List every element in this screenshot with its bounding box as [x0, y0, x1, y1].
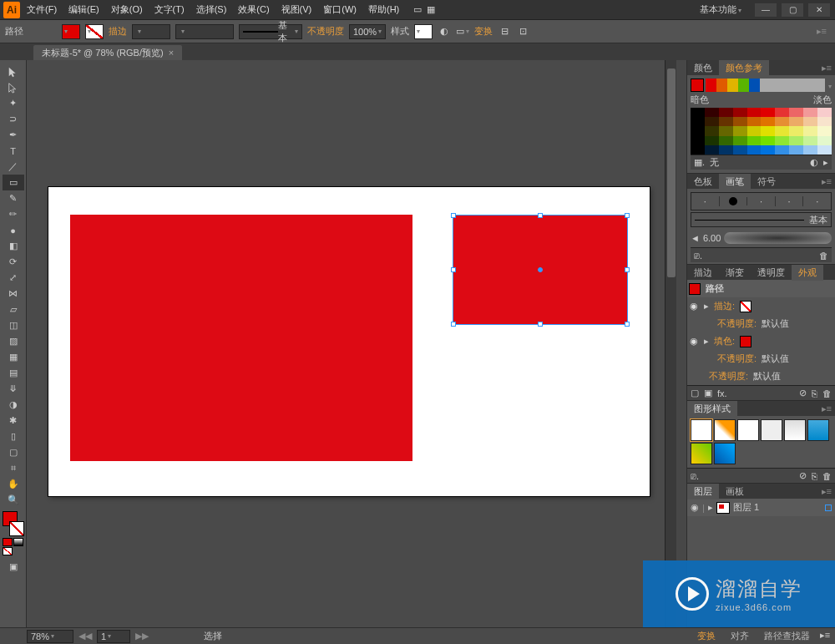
crop-icon[interactable]: ⊡ — [516, 25, 529, 38]
mesh-tool[interactable]: ▦ — [3, 349, 24, 365]
maximize-button[interactable]: ▢ — [782, 3, 803, 17]
resize-handle-n[interactable] — [538, 213, 543, 218]
recolor-icon-small[interactable]: ◐ — [810, 157, 818, 168]
brush-dot-2[interactable] — [720, 197, 748, 205]
brush-delete-icon[interactable]: 🗑 — [819, 251, 828, 261]
isolate-icon[interactable]: ⊟ — [498, 25, 511, 38]
brush-dot-1[interactable]: · — [691, 196, 720, 206]
align-icon[interactable]: ▭ — [456, 25, 469, 38]
gradient-tool[interactable]: ▤ — [3, 365, 24, 381]
tab-color[interactable]: 颜色 — [687, 60, 719, 76]
save-group-icon[interactable]: ▸ — [823, 157, 828, 168]
tab-artboards[interactable]: 画板 — [719, 484, 751, 499]
minimize-button[interactable]: — — [755, 3, 777, 17]
fill-value-swatch[interactable] — [740, 336, 752, 347]
brush-dot-4[interactable]: · — [776, 196, 804, 206]
style-thumbnail[interactable] — [737, 419, 759, 441]
trash-icon[interactable]: 🗑 — [822, 388, 832, 398]
visibility-icon[interactable]: ◉ — [689, 336, 699, 347]
resize-handle-se[interactable] — [625, 322, 630, 327]
layout-icon[interactable]: ▭ — [411, 3, 424, 17]
bottom-tab-transform[interactable]: 变换 — [691, 628, 722, 644]
eyedropper-tool[interactable]: ⤋ — [3, 381, 24, 397]
transform-label[interactable]: 变换 — [474, 25, 493, 38]
expand-icon[interactable]: ▸ — [708, 502, 713, 513]
layer-name[interactable]: 图层 1 — [733, 501, 759, 514]
new-fill-icon[interactable]: ▢ — [691, 388, 699, 398]
bottom-tab-pathfinder[interactable]: 路径查找器 — [757, 628, 817, 644]
menu-file[interactable]: 文件(F) — [27, 3, 57, 16]
nav-prev-icon[interactable]: ◀◀ — [73, 631, 97, 641]
hand-tool[interactable]: ✋ — [3, 476, 24, 492]
artboard-tool[interactable]: ▢ — [3, 444, 24, 460]
blob-brush-tool[interactable]: ● — [3, 222, 24, 238]
rotate-tool[interactable]: ⟳ — [3, 254, 24, 270]
pen-tool[interactable]: ✒ — [3, 127, 24, 143]
resize-handle-e[interactable] — [625, 267, 630, 272]
brush-tool[interactable]: ✎ — [3, 190, 24, 206]
style-thumbnail[interactable] — [714, 443, 736, 464]
tab-appearance[interactable]: 外观 — [792, 265, 823, 281]
menu-window[interactable]: 窗口(W) — [323, 3, 357, 16]
style-thumbnail[interactable] — [761, 419, 782, 441]
visibility-icon[interactable]: ◉ — [689, 301, 699, 312]
tab-symbols[interactable]: 符号 — [751, 174, 782, 190]
menu-effect[interactable]: 效果(C) — [238, 3, 269, 16]
menu-view[interactable]: 视图(V) — [281, 3, 312, 16]
zoom-tool[interactable]: 🔍 — [3, 492, 24, 508]
menu-select[interactable]: 选择(S) — [196, 3, 227, 16]
page-field[interactable]: 1 — [97, 630, 130, 643]
break-link-icon[interactable]: ⊘ — [799, 470, 807, 481]
style-thumbnail[interactable] — [784, 419, 806, 441]
tab-stroke[interactable]: 描边 — [687, 265, 719, 281]
close-button[interactable]: ✕ — [808, 3, 830, 17]
opacity-field[interactable]: 100% — [349, 24, 386, 39]
shape-rectangle-selected[interactable] — [453, 216, 627, 324]
blend-tool[interactable]: ◑ — [3, 397, 24, 413]
panel-dock-collapse[interactable] — [676, 60, 686, 627]
harmony-strip[interactable] — [706, 79, 825, 92]
close-tab-icon[interactable]: × — [169, 48, 174, 58]
canvas-scrollbar-vertical[interactable] — [665, 60, 676, 627]
tab-layers[interactable]: 图层 — [687, 484, 719, 499]
symbol-spray-tool[interactable]: ✱ — [3, 413, 24, 428]
clear-icon[interactable]: ⊘ — [799, 388, 807, 398]
resize-handle-s[interactable] — [538, 322, 543, 327]
menu-help[interactable]: 帮助(H) — [368, 3, 399, 16]
menu-edit[interactable]: 编辑(E) — [68, 3, 99, 16]
resize-handle-sw[interactable] — [451, 322, 456, 327]
color-spectrum-grid[interactable] — [691, 108, 832, 155]
center-point[interactable] — [538, 267, 543, 272]
artboard[interactable] — [48, 187, 650, 496]
arrange-icon[interactable]: ▦ — [424, 3, 438, 17]
workspace-switcher[interactable]: 基本功能 — [700, 3, 741, 16]
color-mode-buttons[interactable] — [3, 538, 24, 555]
fill-swatch[interactable] — [62, 24, 80, 39]
recolor-icon[interactable]: ◐ — [438, 25, 451, 38]
layer-row[interactable]: ◉ | ▸ 图层 1 — [687, 499, 835, 516]
resize-handle-nw[interactable] — [451, 213, 456, 218]
shape-builder-tool[interactable]: ◫ — [3, 317, 24, 333]
stroke-color[interactable] — [9, 521, 24, 536]
scroll-thumb-v[interactable] — [667, 68, 676, 277]
width-tool[interactable]: ⋈ — [3, 286, 24, 302]
tab-color-guide[interactable]: 颜色参考 — [719, 60, 769, 76]
bottom-tab-align[interactable]: 对齐 — [724, 628, 756, 644]
lasso-tool[interactable]: ⊃ — [3, 111, 24, 127]
styles-library-icon[interactable]: ⎚. — [691, 471, 699, 481]
panel-menu-icon[interactable]: ▸≡ — [818, 403, 835, 414]
library-icon[interactable]: ▦. — [694, 157, 705, 168]
line-tool[interactable]: ／ — [3, 159, 24, 175]
style-thumbnail[interactable] — [691, 443, 712, 464]
appearance-stroke-opacity-row[interactable]: 不透明度: 默认值 — [687, 315, 835, 332]
resize-handle-ne[interactable] — [625, 213, 630, 218]
new-stroke-icon[interactable]: ▣ — [704, 388, 712, 398]
stroke-label[interactable]: 描边 — [109, 25, 127, 38]
tab-graphic-styles[interactable]: 图形样式 — [687, 401, 737, 417]
panel-menu-icon[interactable]: ▸≡ — [818, 176, 835, 187]
stroke-value-swatch[interactable] — [740, 301, 752, 312]
stroke-swatch[interactable] — [85, 24, 104, 39]
free-transform-tool[interactable]: ▱ — [3, 302, 24, 317]
tab-brushes[interactable]: 画笔 — [719, 174, 751, 190]
nav-next-icon[interactable]: ▶▶ — [130, 631, 154, 641]
